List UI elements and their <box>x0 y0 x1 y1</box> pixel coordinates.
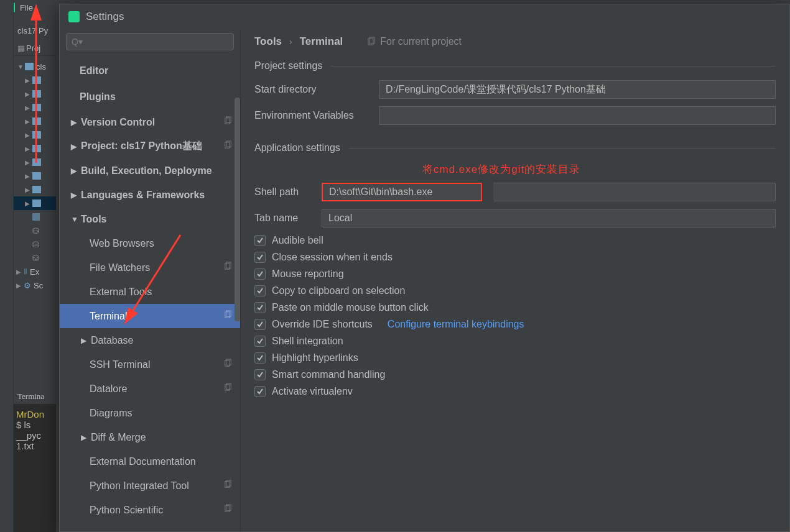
checkbox-copy-clipboard[interactable] <box>254 285 266 296</box>
override-ide-label: Override IDE shortcuts <box>272 319 373 330</box>
copy-icon <box>223 504 233 516</box>
shell-path-overflow[interactable] <box>493 183 776 201</box>
tree-tools[interactable]: ▼Tools <box>60 207 240 231</box>
tree-editor[interactable]: Editor <box>60 58 240 84</box>
mouse-reporting-label: Mouse reporting <box>272 268 344 280</box>
tree-external-tools[interactable]: External Tools <box>60 280 240 304</box>
dialog-title: Settings <box>86 11 124 23</box>
settings-breadcrumb: Tools › Terminal For current project <box>254 35 776 48</box>
tree-plugins[interactable]: Plugins <box>60 84 240 110</box>
tree-python-integrated[interactable]: Python Integrated Tool <box>60 474 240 498</box>
checkbox-mouse-reporting[interactable] <box>254 268 266 280</box>
checkbox-smart-command[interactable] <box>254 369 266 380</box>
copy-clipboard-label: Copy to clipboard on selection <box>272 285 405 296</box>
project-settings-legend: Project settings <box>254 60 776 71</box>
tree-database[interactable]: ▶Database <box>60 328 240 352</box>
settings-sidebar: Editor Plugins ▶Version Control ▶Project… <box>60 29 240 531</box>
dialog-title-bar: Settings <box>60 4 789 29</box>
tree-external-docs[interactable]: External Documentation <box>60 449 240 474</box>
red-annotation-text: 将cmd.exe修改为git的安装目录 <box>422 162 776 177</box>
terminal-tab[interactable]: Termina <box>14 389 56 404</box>
breadcrumb-root[interactable]: Tools <box>254 35 282 48</box>
copy-icon <box>223 140 233 152</box>
checkbox-shell-integration[interactable] <box>254 336 266 347</box>
paste-middle-label: Paste on middle mouse button click <box>272 302 429 313</box>
breadcrumb-separator: › <box>289 37 292 47</box>
sidebar-scrollbar[interactable] <box>234 98 240 531</box>
highlight-hyperlinks-label: Highlight hyperlinks <box>272 352 358 364</box>
configure-keybindings-link[interactable]: Configure terminal keybindings <box>388 319 524 330</box>
audible-bell-label: Audible bell <box>272 235 323 246</box>
copy-icon <box>223 262 233 273</box>
tree-diagrams[interactable]: Diagrams <box>60 401 240 425</box>
checkbox-paste-middle[interactable] <box>254 302 266 313</box>
tree-project[interactable]: ▶Project: cls17 Python基础 <box>60 134 240 158</box>
settings-content: Tools › Terminal For current project Pro… <box>240 29 789 531</box>
start-directory-input[interactable] <box>379 80 776 99</box>
project-panel-header[interactable]: ▦ Proj <box>14 41 56 56</box>
close-session-label: Close session when it ends <box>272 252 393 263</box>
breadcrumb-leaf: Terminal <box>300 35 343 48</box>
for-current-project-label: For current project <box>366 36 462 47</box>
checkbox-activate-venv[interactable] <box>254 386 266 397</box>
copy-icon <box>223 359 233 370</box>
tree-diff-merge[interactable]: ▶Diff & Merge <box>60 425 240 449</box>
copy-icon <box>223 383 233 395</box>
tab-name-input[interactable] <box>322 209 776 227</box>
shell-path-label: Shell path <box>254 186 310 198</box>
tree-build[interactable]: ▶Build, Execution, Deployme <box>60 158 240 183</box>
menu-file[interactable]: File <box>20 3 33 12</box>
copy-icon <box>223 480 233 492</box>
terminal-tool-window: Termina MrDon $ ls __pyc 1.txt <box>14 389 56 532</box>
start-directory-label: Start directory <box>254 84 368 95</box>
tree-python-scientific[interactable]: Python Scientific <box>60 498 240 522</box>
activate-venv-label: Activate virtualenv <box>272 386 353 397</box>
tree-version-control[interactable]: ▶Version Control <box>60 110 240 134</box>
settings-search-input[interactable] <box>66 33 234 50</box>
tree-ssh-terminal[interactable]: SSH Terminal <box>60 352 240 377</box>
tree-web-browsers[interactable]: Web Browsers <box>60 231 240 255</box>
settings-dialog: Settings Editor Plugins ▶Version Control… <box>59 4 790 532</box>
project-tool-window: ▦ Proj ▼cls ▶ ▶ ▶ ▶ ▶ ▶ ▶ ▶ ▶ ▶ ⛁ ⛁ ⛁ ▶⫴… <box>14 41 56 389</box>
checkbox-audible-bell[interactable] <box>254 235 266 246</box>
env-vars-input[interactable] <box>379 106 776 125</box>
copy-icon <box>366 37 376 47</box>
tree-terminal[interactable]: Terminal <box>60 304 240 328</box>
checkbox-override-ide[interactable] <box>254 319 266 330</box>
application-settings-legend: Application settings <box>254 142 776 154</box>
copy-icon <box>223 116 233 128</box>
tree-file-watchers[interactable]: File Watchers <box>60 255 240 280</box>
terminal-output[interactable]: MrDon $ ls __pyc 1.txt <box>14 404 56 456</box>
project-name: cls17 Py <box>17 26 48 35</box>
tree-datalore[interactable]: Datalore <box>60 377 240 401</box>
copy-icon <box>223 310 233 322</box>
project-tree[interactable]: ▼cls ▶ ▶ ▶ ▶ ▶ ▶ ▶ ▶ ▶ ▶ ⛁ ⛁ ⛁ ▶⫴Ex ▶⚙Sc <box>14 56 56 296</box>
smart-command-label: Smart command handling <box>272 369 385 380</box>
checkbox-close-session[interactable] <box>254 252 266 263</box>
settings-tree[interactable]: Editor Plugins ▶Version Control ▶Project… <box>60 57 240 531</box>
shell-path-input[interactable] <box>322 183 482 201</box>
shell-integration-label: Shell integration <box>272 336 343 347</box>
tool-window-bar[interactable] <box>0 0 14 532</box>
tree-languages[interactable]: ▶Languages & Frameworks <box>60 183 240 207</box>
tab-name-label: Tab name <box>254 213 310 224</box>
app-icon <box>68 11 80 22</box>
env-vars-label: Environment Variables <box>254 110 368 121</box>
checkbox-highlight-hyperlinks[interactable] <box>254 352 266 364</box>
